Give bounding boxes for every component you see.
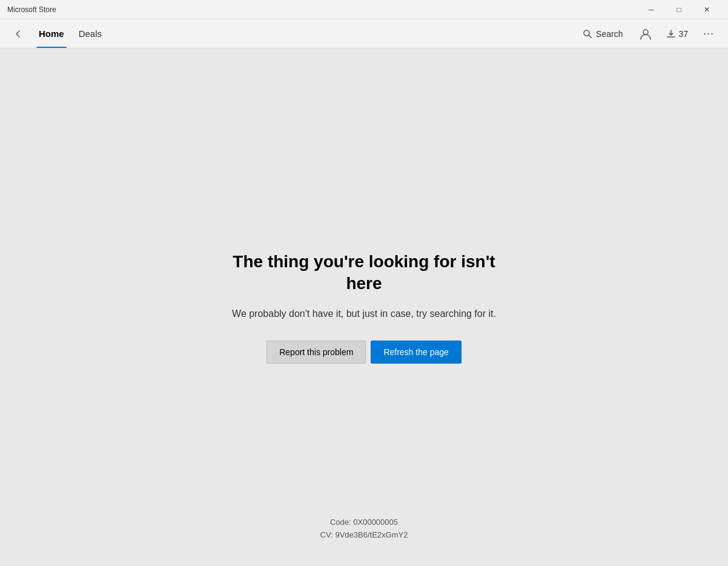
error-subtitle: We probably don't have it, but just in c… [232, 307, 496, 321]
title-bar: Microsoft Store ─ □ ✕ [0, 0, 728, 19]
search-icon [583, 29, 592, 39]
minimize-button[interactable]: ─ [637, 0, 665, 19]
nav-tabs: Home Deals [31, 19, 109, 48]
search-button[interactable]: Search [574, 25, 631, 42]
download-count: 37 [678, 29, 688, 39]
window-controls: ─ □ ✕ [637, 0, 721, 19]
close-button[interactable]: ✕ [693, 0, 721, 19]
refresh-page-button[interactable]: Refresh the page [371, 341, 461, 364]
error-code: Code: 0X00000005 [320, 516, 408, 529]
error-container: The thing you're looking for isn't here … [213, 251, 515, 364]
app-title: Microsoft Store [7, 5, 637, 14]
tab-deals[interactable]: Deals [71, 19, 109, 48]
nav-right: Search 37 ··· [574, 22, 721, 46]
svg-point-2 [643, 30, 648, 35]
error-title: The thing you're looking for isn't here [213, 251, 515, 295]
svg-line-1 [589, 35, 591, 37]
maximize-button[interactable]: □ [665, 0, 693, 19]
downloads-button[interactable]: 37 [660, 25, 694, 42]
back-icon [13, 29, 23, 39]
error-cv: CV: 9Vde3B6/tE2xGmY2 [320, 529, 408, 542]
download-icon [666, 29, 676, 39]
account-button[interactable] [634, 22, 658, 46]
report-problem-button[interactable]: Report this problem [266, 341, 366, 364]
tab-home[interactable]: Home [31, 19, 71, 48]
more-button[interactable]: ··· [697, 22, 721, 46]
main-content: The thing you're looking for isn't here … [0, 48, 728, 566]
account-icon [639, 27, 652, 41]
error-buttons: Report this problem Refresh the page [266, 341, 462, 364]
footer-info: Code: 0X00000005 CV: 9Vde3B6/tE2xGmY2 [320, 516, 408, 542]
nav-bar: Home Deals Search 37 ··· [0, 19, 728, 48]
back-button[interactable] [7, 23, 29, 45]
